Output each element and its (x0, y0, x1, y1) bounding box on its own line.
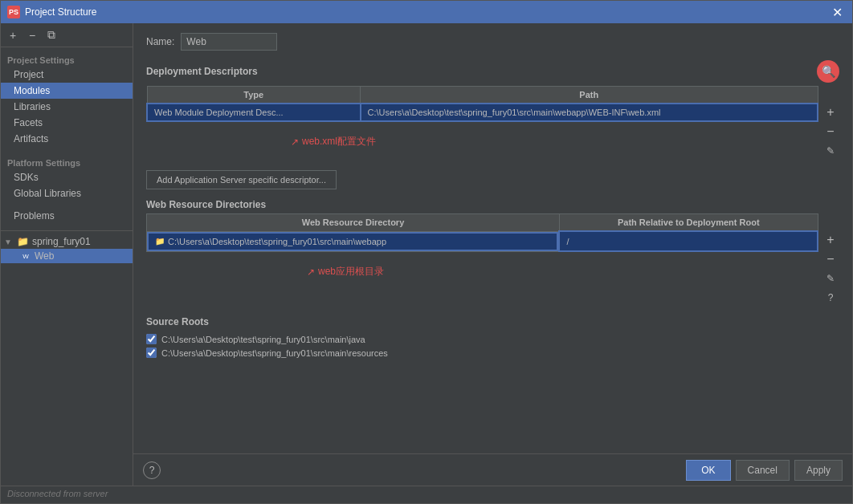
edit-deployment-button[interactable]: ✎ (822, 142, 839, 160)
source-root-checkbox-1[interactable] (146, 348, 157, 358)
window-title: Project Structure (25, 6, 824, 18)
sidebar-item-facets[interactable]: Facets (1, 115, 133, 131)
annotation1-text: web.xml配置文件 (302, 135, 376, 148)
annotation2: ↗ web应用根目录 (307, 265, 384, 278)
deployment-side-buttons: + − ✎ (822, 86, 839, 161)
copy-module-button[interactable]: ⧉ (43, 26, 60, 44)
platform-settings-label: Platform Settings (1, 153, 133, 169)
name-row: Name: (146, 33, 839, 51)
right-content: Name: Deployment Descriptors 🔍 Type (133, 23, 852, 453)
deployment-title: Deployment Descriptors (146, 66, 258, 77)
sidebar-toolbar: + − ⧉ (1, 23, 133, 47)
close-button[interactable]: ✕ (829, 5, 846, 20)
web-resource-header: Web Resource Directories (146, 199, 839, 210)
annotation1-area: ↗ web.xml配置文件 (146, 128, 818, 161)
project-structure-window: PS Project Structure ✕ + − ⧉ Project Set… (0, 0, 853, 504)
remove-web-resource-button[interactable]: − (822, 250, 839, 268)
source-roots-label: Source Roots (146, 316, 839, 327)
source-root-path-1: C:\Users\a\Desktop\test\spring_fury01\sr… (161, 348, 388, 358)
tree-root-label: spring_fury01 (32, 236, 91, 247)
add-server-button[interactable]: Add Application Server specific descript… (146, 170, 337, 189)
source-root-checkbox-0[interactable] (146, 334, 157, 344)
sidebar: + − ⧉ Project Settings Project Modules L… (1, 23, 133, 486)
annotation2-arrow-icon: ↗ (307, 266, 315, 278)
source-root-item-1: C:\Users\a\Desktop\test\spring_fury01\sr… (146, 346, 839, 360)
sidebar-item-modules[interactable]: Modules (1, 83, 133, 99)
remove-deployment-button[interactable]: − (822, 123, 839, 140)
search-button[interactable]: 🔍 (817, 60, 839, 83)
sidebar-item-global-libraries[interactable]: Global Libraries (1, 185, 133, 201)
remove-module-button[interactable]: − (23, 26, 41, 44)
name-input[interactable] (181, 33, 277, 51)
edit-web-resource-button[interactable]: ✎ (822, 270, 839, 287)
folder-small-icon: 📁 (155, 237, 165, 246)
add-web-resource-button[interactable]: + (822, 231, 839, 249)
annotation2-text: web应用根目录 (318, 265, 384, 278)
annotation1-arrow-icon: ↗ (291, 136, 299, 148)
module-tree: ▼ 📁 spring_fury01 W Web (1, 230, 133, 266)
sidebar-item-sdks[interactable]: SDKs (1, 169, 133, 185)
tree-child-label: Web (35, 250, 54, 262)
web-resource-table: Web Resource Directory Path Relative to … (146, 213, 818, 252)
sidebar-item-problems[interactable]: Problems (1, 208, 133, 224)
web-dir-header: Web Resource Directory (147, 214, 560, 232)
deployment-type-cell: Web Module Deployment Desc... (147, 104, 361, 121)
bottom-bar: ? OK Cancel Apply (133, 453, 852, 486)
table-row[interactable]: 📁 C:\Users\a\Desktop\test\spring_fury01\… (147, 231, 818, 251)
deployment-table-wrapper: Type Path Web Module Deployment Desc... … (146, 86, 818, 161)
project-settings-label: Project Settings (1, 51, 133, 67)
path-header: Path (361, 87, 818, 104)
tree-root[interactable]: ▼ 📁 spring_fury01 (1, 234, 133, 249)
sidebar-item-artifacts[interactable]: Artifacts (1, 131, 133, 147)
footer-buttons: OK Cancel Apply (686, 460, 843, 481)
deployment-section-header: Deployment Descriptors 🔍 (146, 60, 839, 83)
main-content: + − ⧉ Project Settings Project Modules L… (1, 23, 852, 486)
deployment-path-cell: C:\Users\a\Desktop\test\spring_fury01\sr… (361, 104, 818, 121)
type-header: Type (147, 87, 361, 104)
web-rel-header: Path Relative to Deployment Root (559, 214, 818, 232)
module-icon: W (20, 250, 31, 262)
web-rel-cell: / (559, 231, 818, 251)
cancel-button[interactable]: Cancel (736, 460, 790, 481)
name-label: Name: (146, 36, 174, 47)
web-resource-table-wrapper: Web Resource Directory Path Relative to … (146, 213, 818, 307)
title-bar: PS Project Structure ✕ (1, 1, 852, 23)
folder-icon: 📁 (17, 236, 29, 247)
tree-arrow: ▼ (4, 238, 14, 246)
help-button[interactable]: ? (143, 461, 161, 479)
right-panel: Name: Deployment Descriptors 🔍 Type (133, 23, 852, 486)
annotation2-area: ↗ web应用根目录 (146, 258, 818, 291)
add-deployment-button[interactable]: + (822, 104, 839, 121)
apply-button[interactable]: Apply (794, 460, 843, 481)
deployment-table-area: Type Path Web Module Deployment Desc... … (146, 86, 839, 161)
tree-child-web[interactable]: W Web (1, 249, 133, 263)
table-row[interactable]: Web Module Deployment Desc... C:\Users\a… (147, 104, 818, 121)
ok-button[interactable]: OK (686, 460, 730, 481)
status-bar: Disconnected from server (1, 486, 852, 503)
source-root-item-0: C:\Users\a\Desktop\test\spring_fury01\sr… (146, 332, 839, 346)
web-dir-cell: 📁 C:\Users\a\Desktop\test\spring_fury01\… (147, 232, 558, 251)
web-resource-title: Web Resource Directories (146, 199, 266, 210)
add-module-button[interactable]: + (4, 26, 22, 44)
web-resource-table-area: Web Resource Directory Path Relative to … (146, 213, 839, 307)
web-resource-side-buttons: + − ✎ ? (822, 213, 839, 307)
annotation1: ↗ web.xml配置文件 (291, 135, 376, 148)
sidebar-item-libraries[interactable]: Libraries (1, 99, 133, 115)
sidebar-item-project[interactable]: Project (1, 67, 133, 83)
source-roots-section: Source Roots C:\Users\a\Desktop\test\spr… (146, 316, 839, 360)
deployment-table: Type Path Web Module Deployment Desc... … (146, 86, 818, 122)
help-web-resource-button[interactable]: ? (822, 289, 839, 307)
app-icon: PS (7, 6, 20, 18)
status-text: Disconnected from server (7, 489, 108, 498)
source-root-path-0: C:\Users\a\Desktop\test\spring_fury01\sr… (161, 335, 365, 344)
